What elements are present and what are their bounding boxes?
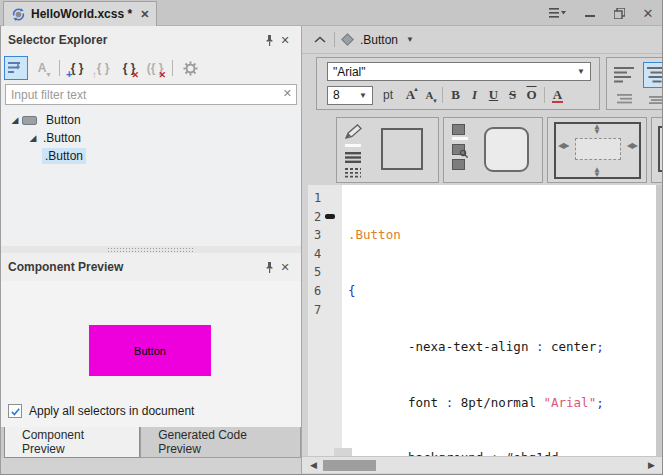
left-bottom-strip <box>0 458 301 474</box>
underline-button[interactable]: U <box>484 85 503 105</box>
fill-preview-box <box>484 127 529 172</box>
align-justify-button[interactable] <box>645 94 663 106</box>
font-family-value: "Arial" <box>333 65 366 79</box>
brace-token: { <box>348 283 356 298</box>
code-gutter: 1 2 3 4 5 6 7 <box>308 185 342 456</box>
editor-mini-scroll-thumb[interactable] <box>334 448 352 456</box>
app-window: HelloWorld.xcss * ✕ ✕ <box>0 0 663 475</box>
code-line: font : 8pt/normal "Arial"; <box>348 394 656 413</box>
string-token: "Arial" <box>543 395 596 410</box>
format-separator <box>544 87 545 103</box>
fill-color-icon <box>452 124 465 135</box>
resize-vertical-icon: ▲▼ <box>593 124 601 134</box>
close-panel-icon[interactable]: ✕ <box>277 259 293 275</box>
border-preview-box <box>381 128 423 170</box>
grow-font-button[interactable]: A▲ <box>401 85 420 105</box>
fold-collapse-icon[interactable] <box>325 214 335 219</box>
format-separator <box>442 87 443 103</box>
font-size-combo[interactable]: 8 ▼ <box>327 86 373 105</box>
tab-generated-code-preview[interactable]: Generated Code Preview <box>140 427 301 458</box>
tab-component-preview[interactable]: Component Preview <box>4 427 140 458</box>
punct-token: ; <box>596 395 604 410</box>
apply-selectors-checkbox[interactable] <box>8 404 22 418</box>
tree-item-label: .Button <box>42 148 86 164</box>
close-panel-icon[interactable]: ✕ <box>277 32 293 48</box>
panel-splitter[interactable] <box>0 246 301 253</box>
pin-icon[interactable] <box>261 32 277 48</box>
line-number: 4 <box>314 245 342 264</box>
fill-pattern-icon <box>452 159 465 170</box>
close-icon[interactable]: ✕ <box>641 6 655 20</box>
overline-button[interactable]: O <box>522 85 541 105</box>
filter-input[interactable] <box>5 84 297 105</box>
pin-icon[interactable] <box>261 259 277 275</box>
expander-icon[interactable]: ◢ <box>8 115 22 125</box>
document-tab[interactable]: HelloWorld.xcss * ✕ <box>3 1 157 26</box>
apply-selectors-row[interactable]: Apply all selectors in document <box>8 404 194 418</box>
clear-filter-icon[interactable]: ✕ <box>283 87 292 100</box>
selector-breadcrumb[interactable]: .Button <box>360 33 398 47</box>
bold-button[interactable]: B <box>446 85 465 105</box>
chevron-down-icon[interactable]: ▼ <box>406 35 414 44</box>
window-controls: ✕ <box>548 0 655 26</box>
restore-icon[interactable] <box>612 6 626 20</box>
tab-close-icon[interactable]: ✕ <box>140 8 149 21</box>
scroll-left-icon[interactable]: ◀ <box>310 460 317 470</box>
box-model-group[interactable]: ▲▼ ▲▼ ◀▶ ◀▶ <box>547 117 647 183</box>
property-token: -nexa-text-align <box>408 339 528 354</box>
shrink-font-button[interactable]: A▼ <box>420 85 439 105</box>
apply-selectors-label: Apply all selectors in document <box>29 404 194 418</box>
font-family-combo[interactable]: "Arial" ▼ <box>327 62 591 81</box>
line-number: 5 <box>314 263 342 282</box>
strikethrough-button[interactable]: S <box>503 85 522 105</box>
fill-style-group[interactable] <box>443 117 543 183</box>
add-selector-button[interactable]: { } + <box>65 56 89 80</box>
tree-item-selected[interactable]: .Button <box>0 147 301 165</box>
line-number: 3 <box>314 226 342 245</box>
scrollbar-thumb[interactable] <box>323 460 376 471</box>
border-style-group[interactable] <box>336 117 439 183</box>
selector-tree: ◢ Button ◢ .Button .Button <box>0 107 301 246</box>
window-list-icon[interactable] <box>548 6 568 20</box>
italic-button[interactable]: I <box>465 85 484 105</box>
navbar-separator <box>334 32 335 47</box>
component-preview-title: Component Preview <box>8 260 261 274</box>
minimize-icon[interactable] <box>583 6 597 20</box>
component-preview-header: Component Preview ✕ <box>0 253 301 281</box>
selector-diamond-icon <box>341 33 354 46</box>
property-token: font <box>408 395 438 410</box>
css-selector-token: .Button <box>348 227 401 242</box>
font-format-row: 8 ▼ pt A▲ A▼ B I U S O A <box>327 85 567 105</box>
align-right-button[interactable] <box>614 92 636 106</box>
font-color-button[interactable]: A <box>548 85 567 105</box>
xcss-file-icon <box>11 7 26 22</box>
horizontal-scrollbar[interactable]: ◀ ▶ <box>302 456 663 473</box>
preview-button[interactable]: Button <box>89 325 211 376</box>
left-dock-panels: Selector Explorer ✕ A ▼ <box>0 26 302 474</box>
sort-alphabetical-button[interactable]: A ▼ <box>30 56 54 80</box>
settings-gear-icon[interactable] <box>178 56 202 80</box>
code-editor[interactable]: .Button { -nexa-text-align : center; fon… <box>342 185 656 456</box>
sort-document-order-button[interactable] <box>4 56 28 80</box>
chevron-down-icon: ▼ <box>359 91 367 100</box>
expander-icon[interactable]: ◢ <box>26 133 40 143</box>
code-line: { <box>348 282 656 301</box>
filter-field-wrap: ✕ <box>5 84 297 105</box>
remove-all-selectors-button[interactable]: ({ } ✕ <box>143 56 167 80</box>
fill-tools <box>452 124 468 170</box>
toolbar-separator <box>172 60 173 76</box>
code-line: -nexa-text-align : center; <box>348 338 656 357</box>
collapse-up-icon[interactable] <box>314 36 326 44</box>
code-line: .Button <box>348 226 656 245</box>
line-number: 7 <box>314 301 342 320</box>
document-tab-title: HelloWorld.xcss * <box>31 7 132 21</box>
remove-selector-button[interactable]: { } ✕ <box>117 56 141 80</box>
tree-item-child[interactable]: ◢ .Button <box>0 129 301 147</box>
align-center-button[interactable] <box>643 62 663 88</box>
punct-token: : <box>528 339 551 354</box>
value-token: center <box>551 339 596 354</box>
align-left-button[interactable] <box>612 63 638 87</box>
scroll-right-icon[interactable]: ▶ <box>648 460 655 470</box>
tree-item-root[interactable]: ◢ Button <box>0 111 301 129</box>
add-child-selector-button[interactable]: { } ↑ <box>91 56 115 80</box>
